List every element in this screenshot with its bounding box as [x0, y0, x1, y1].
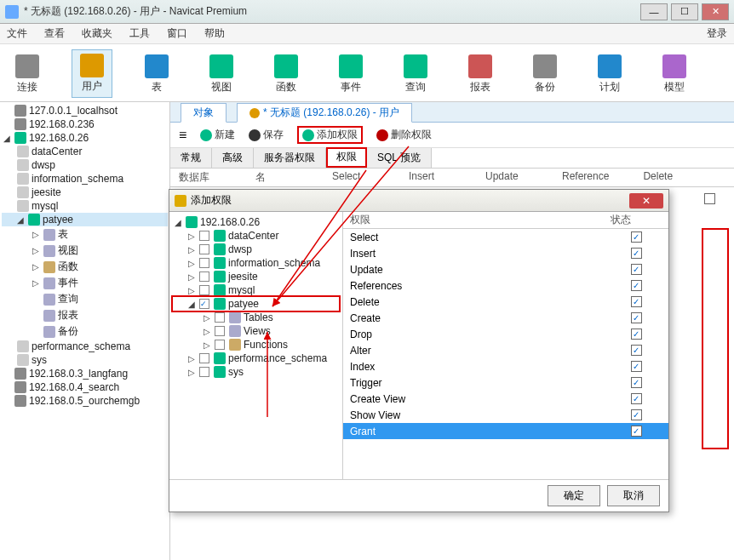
- menu-help[interactable]: 帮助: [204, 26, 225, 41]
- tree-views[interactable]: ▷Views: [173, 324, 339, 338]
- maximize-button[interactable]: ☐: [671, 3, 698, 20]
- checkbox-checked[interactable]: ✓: [631, 377, 642, 388]
- tree-queries[interactable]: 查询: [2, 291, 168, 307]
- tree-db[interactable]: dataCenter: [2, 145, 168, 158]
- connections-tree[interactable]: 127.0.0.1_localhsot 192.168.0.236 ◢192.1…: [0, 102, 170, 560]
- close-button[interactable]: ✕: [702, 3, 729, 20]
- permission-row[interactable]: Create View✓: [343, 391, 668, 407]
- ribbon-func[interactable]: 函数: [266, 51, 307, 98]
- menu-view[interactable]: 查看: [44, 26, 65, 41]
- tree-tables[interactable]: ▷Tables: [173, 311, 339, 324]
- permission-row[interactable]: Select✓: [343, 229, 668, 245]
- tree-db[interactable]: ▷dataCenter: [173, 229, 339, 243]
- tree-db[interactable]: ▷mysql: [173, 283, 339, 297]
- new-button[interactable]: 新建: [200, 128, 235, 142]
- checkbox[interactable]: [199, 231, 209, 241]
- permission-row[interactable]: References✓: [343, 277, 668, 294]
- checkbox[interactable]: [215, 312, 225, 323]
- menu-login[interactable]: 登录: [707, 26, 727, 41]
- permission-row[interactable]: Show View✓: [343, 407, 668, 423]
- checkbox-checked[interactable]: ✓: [631, 296, 642, 307]
- ribbon-model[interactable]: 模型: [654, 51, 695, 98]
- tree-events[interactable]: ▷事件: [2, 275, 168, 291]
- tree-db[interactable]: ▷dwsp: [173, 243, 339, 256]
- tree-db-patyee[interactable]: ◢patyee: [173, 297, 339, 311]
- tab-user-editor[interactable]: * 无标题 (192.168.0.26) - 用户: [237, 103, 412, 123]
- ribbon-connection[interactable]: 连接: [7, 51, 48, 98]
- tab-general[interactable]: 常规: [170, 148, 212, 168]
- tree-db[interactable]: performance_schema: [2, 340, 168, 353]
- add-permission-button[interactable]: 添加权限: [297, 126, 363, 144]
- checkbox-checked[interactable]: ✓: [631, 280, 642, 291]
- ribbon-query[interactable]: 查询: [395, 51, 436, 98]
- tree-db-patyee[interactable]: ◢patyee: [2, 213, 168, 226]
- tree-db[interactable]: sys: [2, 353, 168, 367]
- tree-server[interactable]: ◢192.168.0.26: [2, 131, 168, 145]
- ribbon-event[interactable]: 事件: [330, 51, 371, 98]
- checkbox-checked[interactable]: ✓: [631, 361, 642, 372]
- dialog-db-tree[interactable]: ◢192.168.0.26 ▷dataCenter ▷dwsp ▷informa…: [169, 212, 343, 479]
- checkbox-checked[interactable]: ✓: [631, 329, 642, 340]
- minimize-button[interactable]: —: [640, 3, 668, 20]
- permission-row[interactable]: Alter✓: [343, 342, 668, 358]
- checkbox-checked[interactable]: [199, 299, 209, 309]
- menu-window[interactable]: 窗口: [167, 26, 187, 41]
- tree-server[interactable]: 192.168.0.5_ourchemgb: [2, 394, 168, 408]
- tree-tables[interactable]: ▷表: [2, 226, 168, 243]
- permission-row[interactable]: Update✓: [343, 261, 668, 277]
- tab-permission[interactable]: 权限: [326, 147, 367, 168]
- cancel-button[interactable]: 取消: [607, 485, 660, 506]
- tree-views[interactable]: ▷视图: [2, 243, 168, 259]
- checkbox[interactable]: [704, 193, 715, 204]
- menu-file[interactable]: 文件: [7, 26, 27, 41]
- permission-row[interactable]: Trigger✓: [343, 374, 668, 391]
- checkbox[interactable]: [199, 367, 209, 377]
- tree-server[interactable]: 127.0.0.1_localhsot: [2, 104, 168, 117]
- checkbox-checked[interactable]: ✓: [631, 264, 642, 275]
- save-button[interactable]: 保存: [249, 128, 284, 142]
- tree-db[interactable]: ▷performance_schema: [173, 351, 339, 365]
- tree-server[interactable]: 192.168.0.3_langfang: [2, 367, 168, 380]
- checkbox[interactable]: [199, 244, 209, 254]
- ribbon-table[interactable]: 表: [136, 51, 177, 98]
- tree-db[interactable]: ▷information_schema: [173, 256, 339, 270]
- checkbox-checked[interactable]: ✓: [631, 248, 642, 259]
- permission-row[interactable]: Insert✓: [343, 245, 668, 261]
- permission-row[interactable]: Grant✓: [343, 423, 668, 439]
- tree-db[interactable]: ▷jeesite: [173, 270, 339, 283]
- checkbox[interactable]: [199, 353, 209, 363]
- checkbox-checked[interactable]: ✓: [631, 393, 642, 404]
- tree-server[interactable]: 192.168.0.236: [2, 117, 168, 131]
- permission-row[interactable]: Drop✓: [343, 326, 668, 342]
- checkbox-checked[interactable]: ✓: [631, 312, 642, 323]
- checkbox[interactable]: [215, 340, 225, 350]
- tree-db[interactable]: ▷sys: [173, 365, 339, 379]
- tree-server[interactable]: 192.168.0.4_search: [2, 380, 168, 394]
- tree-functions[interactable]: ▷函数: [2, 259, 168, 275]
- tab-server-perm[interactable]: 服务器权限: [254, 148, 326, 168]
- tab-advanced[interactable]: 高级: [212, 148, 254, 168]
- ribbon-view[interactable]: 视图: [201, 51, 242, 98]
- permission-row[interactable]: Delete✓: [343, 294, 668, 310]
- permission-row[interactable]: Create✓: [343, 310, 668, 326]
- checkbox[interactable]: [199, 285, 209, 295]
- tree-reports[interactable]: 报表: [2, 307, 168, 323]
- tree-db[interactable]: mysql: [2, 199, 168, 213]
- ribbon-user[interactable]: 用户: [72, 49, 112, 98]
- menu-icon[interactable]: ≡: [179, 128, 186, 143]
- tab-sql-preview[interactable]: SQL 预览: [367, 148, 432, 168]
- checkbox-checked[interactable]: ✓: [631, 345, 642, 356]
- checkbox[interactable]: [199, 271, 209, 282]
- tree-db[interactable]: dwsp: [2, 158, 168, 172]
- checkbox-checked[interactable]: ✓: [631, 231, 642, 243]
- checkbox-checked[interactable]: ✓: [631, 409, 642, 420]
- tree-server[interactable]: ◢192.168.0.26: [173, 215, 339, 229]
- ribbon-backup[interactable]: 备份: [525, 51, 565, 98]
- tree-db[interactable]: jeesite: [2, 186, 168, 199]
- ribbon-report[interactable]: 报表: [460, 51, 501, 98]
- menu-tools[interactable]: 工具: [129, 26, 150, 41]
- delete-permission-button[interactable]: 删除权限: [376, 128, 432, 142]
- checkbox[interactable]: [199, 258, 209, 268]
- tree-functions[interactable]: ▷Functions: [173, 338, 339, 351]
- menu-fav[interactable]: 收藏夹: [82, 26, 112, 41]
